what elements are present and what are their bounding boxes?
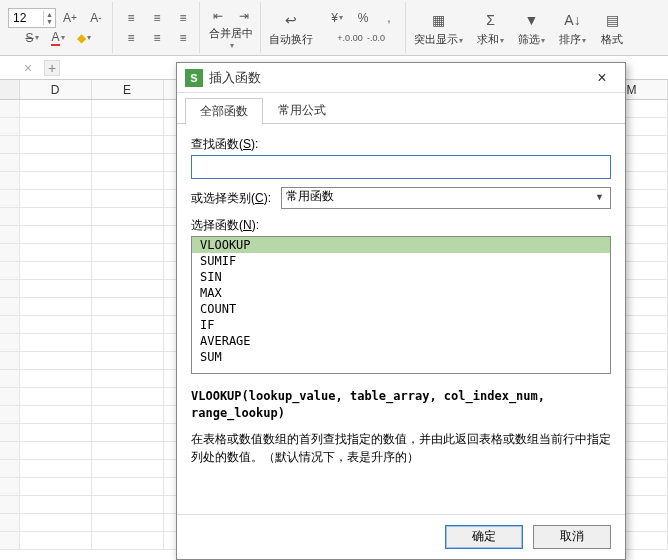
function-list-item[interactable]: IF xyxy=(192,317,610,333)
cell[interactable] xyxy=(20,316,92,333)
font-color-icon[interactable]: A▾ xyxy=(46,28,70,48)
cell[interactable] xyxy=(92,190,164,207)
search-input[interactable] xyxy=(191,155,611,179)
cell[interactable] xyxy=(0,154,20,171)
increase-font-icon[interactable]: A+ xyxy=(58,8,82,28)
cell[interactable] xyxy=(92,460,164,477)
function-list-item[interactable]: SIN xyxy=(192,269,610,285)
sort-button[interactable]: A↓ 排序▾ xyxy=(553,2,592,53)
cell[interactable] xyxy=(0,334,20,351)
cell[interactable] xyxy=(20,208,92,225)
cell[interactable] xyxy=(0,352,20,369)
cell[interactable] xyxy=(0,496,20,513)
cell[interactable] xyxy=(20,514,92,531)
cancel-button[interactable]: 取消 xyxy=(533,525,611,549)
decrease-decimal-icon[interactable]: -.0.0 xyxy=(364,28,388,48)
cell[interactable] xyxy=(92,226,164,243)
cell[interactable] xyxy=(20,532,92,549)
function-list-item[interactable]: COUNT xyxy=(192,301,610,317)
category-select[interactable]: 常用函数 xyxy=(281,187,611,209)
cell[interactable] xyxy=(0,478,20,495)
align-left-icon[interactable]: ≡ xyxy=(119,28,143,48)
font-size-input[interactable] xyxy=(9,11,43,25)
cell[interactable] xyxy=(0,136,20,153)
cell[interactable] xyxy=(0,442,20,459)
align-top-icon[interactable]: ≡ xyxy=(119,8,143,28)
cell[interactable] xyxy=(0,118,20,135)
comma-icon[interactable]: , xyxy=(377,8,401,28)
cell[interactable] xyxy=(92,478,164,495)
align-right-icon[interactable]: ≡ xyxy=(171,28,195,48)
cell[interactable] xyxy=(20,298,92,315)
cell[interactable] xyxy=(92,298,164,315)
cell[interactable] xyxy=(20,118,92,135)
cell[interactable] xyxy=(92,172,164,189)
cell[interactable] xyxy=(92,154,164,171)
cell[interactable] xyxy=(20,388,92,405)
cell[interactable] xyxy=(92,262,164,279)
cell[interactable] xyxy=(20,406,92,423)
cell[interactable] xyxy=(0,172,20,189)
function-list-item[interactable]: SUMIF xyxy=(192,253,610,269)
cell[interactable] xyxy=(92,334,164,351)
align-bottom-icon[interactable]: ≡ xyxy=(171,8,195,28)
cell[interactable] xyxy=(92,514,164,531)
cell[interactable] xyxy=(20,442,92,459)
cell[interactable] xyxy=(0,316,20,333)
cell[interactable] xyxy=(92,496,164,513)
cell[interactable] xyxy=(92,370,164,387)
indent-decrease-icon[interactable]: ⇤ xyxy=(206,6,230,26)
function-list-item[interactable]: VLOOKUP xyxy=(192,237,610,253)
cell[interactable] xyxy=(92,244,164,261)
cell[interactable] xyxy=(0,388,20,405)
cell[interactable] xyxy=(0,370,20,387)
currency-icon[interactable]: ¥▾ xyxy=(325,8,349,28)
cell[interactable] xyxy=(0,460,20,477)
close-icon[interactable]: × xyxy=(587,68,617,88)
cell[interactable] xyxy=(20,154,92,171)
cell[interactable] xyxy=(92,118,164,135)
decrease-font-icon[interactable]: A- xyxy=(84,8,108,28)
cell[interactable] xyxy=(0,190,20,207)
merge-cells-button[interactable]: 合并居中▾ xyxy=(209,26,253,50)
cell[interactable] xyxy=(0,424,20,441)
close-sheet-icon[interactable]: × xyxy=(20,60,36,76)
cell[interactable] xyxy=(0,244,20,261)
cell[interactable] xyxy=(0,280,20,297)
sum-button[interactable]: Σ 求和▾ xyxy=(471,2,510,53)
cell[interactable] xyxy=(20,334,92,351)
fill-color-icon[interactable]: ◆▾ xyxy=(72,28,96,48)
highlight-button[interactable]: ▦ 突出显示▾ xyxy=(408,2,469,53)
cell[interactable] xyxy=(92,100,164,117)
cell[interactable] xyxy=(92,280,164,297)
cell[interactable] xyxy=(20,262,92,279)
indent-increase-icon[interactable]: ⇥ xyxy=(232,6,256,26)
cell[interactable] xyxy=(20,226,92,243)
cell[interactable] xyxy=(0,100,20,117)
font-size-spinner[interactable]: ▲▼ xyxy=(43,11,55,25)
cell[interactable] xyxy=(92,136,164,153)
cell[interactable] xyxy=(92,352,164,369)
cell[interactable] xyxy=(0,298,20,315)
cell[interactable] xyxy=(92,532,164,549)
cell[interactable] xyxy=(20,172,92,189)
function-list-item[interactable]: SUM xyxy=(192,349,610,365)
strikethrough-icon[interactable]: S▾ xyxy=(20,28,44,48)
tab-all-functions[interactable]: 全部函数 xyxy=(185,98,263,124)
tab-common-formulas[interactable]: 常用公式 xyxy=(263,97,341,123)
format-button[interactable]: ▤ 格式 xyxy=(594,2,630,53)
wrap-text-button[interactable]: ↩ 自动换行 xyxy=(263,2,319,53)
cell[interactable] xyxy=(92,388,164,405)
align-center-icon[interactable]: ≡ xyxy=(145,28,169,48)
cell[interactable] xyxy=(92,424,164,441)
cell[interactable] xyxy=(0,532,20,549)
ok-button[interactable]: 确定 xyxy=(445,525,523,549)
col-header[interactable]: D xyxy=(20,80,92,99)
cell[interactable] xyxy=(20,424,92,441)
increase-decimal-icon[interactable]: +.0.00 xyxy=(338,28,362,48)
cell[interactable] xyxy=(92,406,164,423)
cell[interactable] xyxy=(92,208,164,225)
cell[interactable] xyxy=(20,460,92,477)
function-list[interactable]: VLOOKUPSUMIFSINMAXCOUNTIFAVERAGESUM xyxy=(191,236,611,374)
function-list-item[interactable]: MAX xyxy=(192,285,610,301)
